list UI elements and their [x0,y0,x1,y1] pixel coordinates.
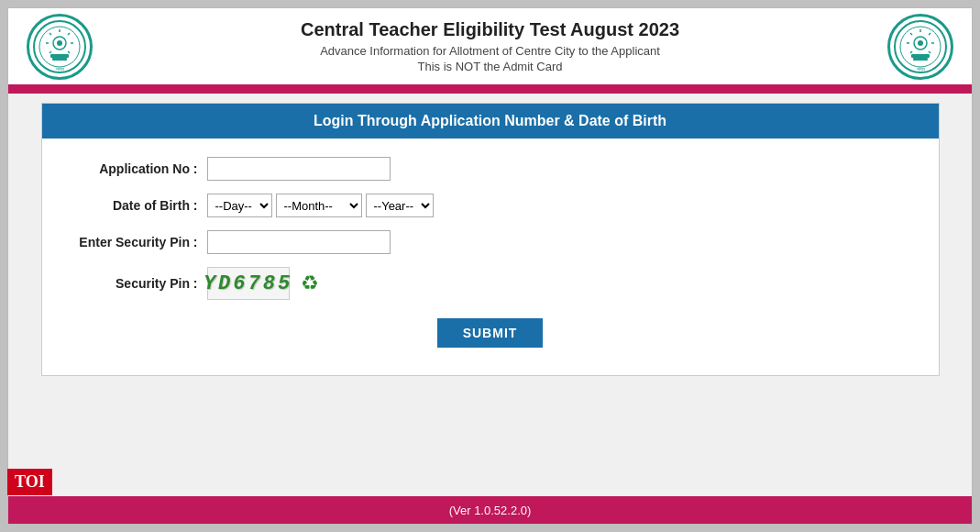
logo-circle-left: भारत [27,14,93,80]
svg-line-25 [929,33,930,35]
svg-line-23 [910,33,912,35]
header-note: This is NOT the Admit Card [301,60,679,73]
captcha-row: Security Pin : YD6785 ♻ [61,267,920,300]
svg-line-10 [68,33,70,35]
dob-month-select[interactable]: --Month-- JanuaryFebruaryMarch AprilMayJ… [276,194,362,217]
svg-rect-27 [911,54,930,58]
refresh-captcha-icon[interactable]: ♻ [297,271,323,296]
form-card-body: Application No : Date of Birth : --Day--… [42,139,939,375]
svg-line-9 [68,51,70,53]
application-no-label: Application No : [61,161,207,176]
header: भारत Central Teacher Eligibility Test Au… [8,8,972,88]
captcha-label: Security Pin : [61,276,207,291]
captcha-text: YD6785 [204,272,292,295]
svg-point-18 [918,40,923,46]
svg-point-1 [39,27,80,67]
svg-line-24 [929,51,930,53]
captcha-image: YD6785 [207,267,290,300]
form-card: Login Through Application Number & Date … [41,103,940,376]
dob-label: Date of Birth : [61,198,207,213]
footer-version: (Ver 1.0.52.2.0) [449,504,532,517]
dob-selects: --Day-- 01020304 05060708 09101112 13141… [207,194,434,217]
submit-row: SUBMIT [61,318,920,348]
main-content: Login Through Application Number & Date … [8,94,972,496]
svg-text:भारत: भारत [917,66,925,72]
security-pin-input[interactable] [207,230,391,254]
svg-point-3 [57,40,62,46]
svg-point-15 [895,21,946,72]
logo-left: भारत [27,14,93,80]
svg-point-0 [34,21,85,72]
logo-circle-right: भारत [887,14,953,80]
header-subtitle: Advance Information for Allotment of Cen… [301,44,679,58]
header-title: Central Teacher Eligibility Test August … [301,19,679,40]
toi-badge: TOI [7,469,52,495]
svg-line-8 [50,33,51,35]
outer-wrapper: भारत Central Teacher Eligibility Test Au… [7,7,973,525]
dob-day-select[interactable]: --Day-- 01020304 05060708 09101112 13141… [207,194,272,217]
svg-text:भारत: भारत [56,66,64,72]
application-no-input[interactable] [207,157,391,181]
svg-line-11 [50,51,51,53]
dob-row: Date of Birth : --Day-- 01020304 0506070… [61,194,920,217]
svg-line-26 [910,51,912,53]
svg-rect-12 [50,54,69,58]
captcha-display: YD6785 ♻ [207,267,323,300]
security-pin-label: Enter Security Pin : [61,235,207,249]
security-pin-row: Enter Security Pin : [61,230,920,254]
footer: (Ver 1.0.52.2.0) [8,496,972,524]
application-no-row: Application No : [61,157,920,181]
submit-button[interactable]: SUBMIT [437,318,544,348]
svg-rect-28 [913,58,928,61]
form-card-header: Login Through Application Number & Date … [42,104,939,139]
dob-year-select[interactable]: --Year-- 1980198119821983 19841985198619… [366,194,434,217]
logo-right: भारत [887,14,953,80]
header-text: Central Teacher Eligibility Test August … [301,19,679,73]
svg-point-16 [900,27,941,67]
svg-rect-13 [52,58,67,61]
